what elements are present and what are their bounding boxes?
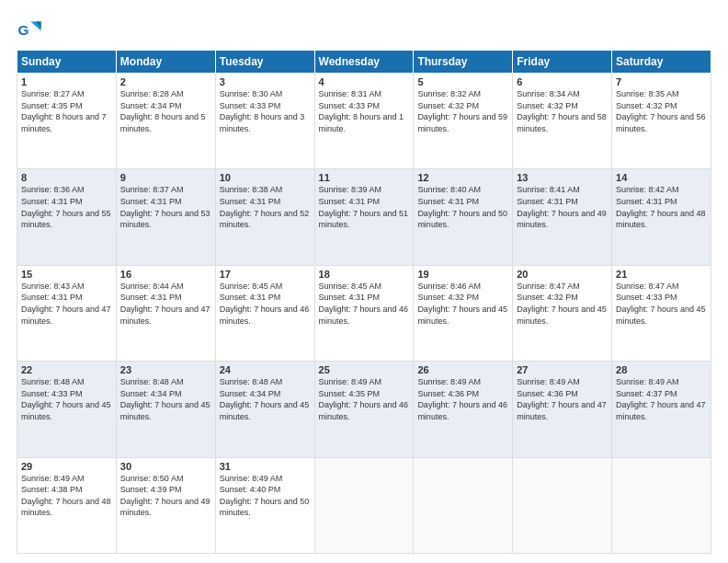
header: G — [17, 17, 711, 42]
day-info: Sunrise: 8:32 AMSunset: 4:32 PMDaylight:… — [417, 89, 507, 133]
weekday-header-thursday: Thursday — [414, 51, 513, 74]
day-number: 7 — [616, 76, 707, 87]
calendar-cell: 26Sunrise: 8:49 AMSunset: 4:36 PMDayligh… — [414, 362, 513, 457]
day-number: 26 — [417, 364, 508, 375]
day-number: 19 — [417, 269, 508, 280]
day-info: Sunrise: 8:40 AMSunset: 4:31 PMDaylight:… — [417, 185, 507, 229]
day-number: 6 — [517, 76, 608, 87]
day-number: 12 — [417, 172, 508, 183]
day-number: 18 — [319, 269, 410, 280]
weekday-header-wednesday: Wednesday — [314, 51, 414, 74]
day-number: 17 — [220, 269, 311, 280]
calendar-cell: 22Sunrise: 8:48 AMSunset: 4:33 PMDayligh… — [17, 362, 117, 457]
calendar-body: 1Sunrise: 8:27 AMSunset: 4:35 PMDaylight… — [17, 74, 711, 554]
calendar-cell: 6Sunrise: 8:34 AMSunset: 4:32 PMDaylight… — [513, 74, 612, 169]
day-number: 2 — [120, 76, 211, 87]
day-info: Sunrise: 8:47 AMSunset: 4:33 PMDaylight:… — [616, 282, 706, 326]
day-info: Sunrise: 8:49 AMSunset: 4:38 PMDaylight:… — [21, 474, 111, 518]
calendar-cell — [314, 457, 414, 553]
calendar-cell: 7Sunrise: 8:35 AMSunset: 4:32 PMDaylight… — [612, 74, 711, 169]
day-info: Sunrise: 8:48 AMSunset: 4:34 PMDaylight:… — [120, 377, 210, 421]
calendar-week-2: 8Sunrise: 8:36 AMSunset: 4:31 PMDaylight… — [17, 169, 711, 265]
day-info: Sunrise: 8:49 AMSunset: 4:36 PMDaylight:… — [417, 377, 507, 421]
calendar-header-row: SundayMondayTuesdayWednesdayThursdayFrid… — [17, 51, 711, 74]
calendar-cell: 24Sunrise: 8:48 AMSunset: 4:34 PMDayligh… — [215, 362, 314, 457]
day-info: Sunrise: 8:47 AMSunset: 4:32 PMDaylight:… — [517, 282, 607, 326]
day-number: 29 — [21, 461, 112, 472]
day-number: 4 — [319, 76, 410, 87]
calendar-cell: 4Sunrise: 8:31 AMSunset: 4:33 PMDaylight… — [314, 74, 414, 169]
calendar-week-4: 22Sunrise: 8:48 AMSunset: 4:33 PMDayligh… — [17, 362, 711, 457]
calendar-cell: 29Sunrise: 8:49 AMSunset: 4:38 PMDayligh… — [17, 457, 117, 553]
day-info: Sunrise: 8:48 AMSunset: 4:34 PMDaylight:… — [220, 377, 310, 421]
day-info: Sunrise: 8:49 AMSunset: 4:36 PMDaylight:… — [517, 377, 607, 421]
weekday-header-monday: Monday — [116, 51, 215, 74]
logo-icon: G — [17, 17, 42, 42]
calendar-cell: 5Sunrise: 8:32 AMSunset: 4:32 PMDaylight… — [414, 74, 513, 169]
calendar-cell: 31Sunrise: 8:49 AMSunset: 4:40 PMDayligh… — [215, 457, 314, 553]
day-info: Sunrise: 8:28 AMSunset: 4:34 PMDaylight:… — [120, 89, 206, 133]
day-number: 20 — [517, 269, 608, 280]
day-info: Sunrise: 8:31 AMSunset: 4:33 PMDaylight:… — [319, 89, 404, 133]
day-number: 30 — [120, 461, 211, 472]
day-number: 31 — [220, 461, 311, 472]
calendar-cell: 27Sunrise: 8:49 AMSunset: 4:36 PMDayligh… — [513, 362, 612, 457]
day-number: 8 — [21, 172, 112, 183]
day-info: Sunrise: 8:36 AMSunset: 4:31 PMDaylight:… — [21, 185, 111, 229]
calendar-table: SundayMondayTuesdayWednesdayThursdayFrid… — [17, 50, 711, 554]
day-number: 10 — [220, 172, 311, 183]
day-number: 16 — [120, 269, 211, 280]
weekday-header-saturday: Saturday — [612, 51, 711, 74]
day-info: Sunrise: 8:43 AMSunset: 4:31 PMDaylight:… — [21, 282, 111, 326]
day-number: 15 — [21, 269, 112, 280]
day-info: Sunrise: 8:50 AMSunset: 4:39 PMDaylight:… — [120, 474, 210, 518]
calendar-cell: 11Sunrise: 8:39 AMSunset: 4:31 PMDayligh… — [314, 169, 414, 265]
day-number: 11 — [319, 172, 410, 183]
calendar-cell — [612, 457, 711, 553]
day-number: 21 — [616, 269, 707, 280]
day-info: Sunrise: 8:34 AMSunset: 4:32 PMDaylight:… — [517, 89, 607, 133]
calendar-cell: 12Sunrise: 8:40 AMSunset: 4:31 PMDayligh… — [414, 169, 513, 265]
day-info: Sunrise: 8:39 AMSunset: 4:31 PMDaylight:… — [319, 185, 409, 229]
calendar-cell — [414, 457, 513, 553]
day-info: Sunrise: 8:45 AMSunset: 4:31 PMDaylight:… — [319, 282, 409, 326]
calendar-cell: 25Sunrise: 8:49 AMSunset: 4:35 PMDayligh… — [314, 362, 414, 457]
calendar-week-3: 15Sunrise: 8:43 AMSunset: 4:31 PMDayligh… — [17, 265, 711, 361]
calendar-cell: 18Sunrise: 8:45 AMSunset: 4:31 PMDayligh… — [314, 265, 414, 361]
day-number: 9 — [120, 172, 211, 183]
day-number: 3 — [220, 76, 311, 87]
calendar-week-5: 29Sunrise: 8:49 AMSunset: 4:38 PMDayligh… — [17, 457, 711, 553]
day-number: 25 — [319, 364, 410, 375]
calendar-cell: 2Sunrise: 8:28 AMSunset: 4:34 PMDaylight… — [116, 74, 215, 169]
day-info: Sunrise: 8:45 AMSunset: 4:31 PMDaylight:… — [220, 282, 310, 326]
calendar-cell: 28Sunrise: 8:49 AMSunset: 4:37 PMDayligh… — [612, 362, 711, 457]
weekday-header-tuesday: Tuesday — [215, 51, 314, 74]
day-info: Sunrise: 8:49 AMSunset: 4:40 PMDaylight:… — [220, 474, 310, 518]
day-info: Sunrise: 8:41 AMSunset: 4:31 PMDaylight:… — [517, 185, 607, 229]
day-info: Sunrise: 8:42 AMSunset: 4:31 PMDaylight:… — [616, 185, 706, 229]
calendar-cell: 21Sunrise: 8:47 AMSunset: 4:33 PMDayligh… — [612, 265, 711, 361]
calendar-cell — [513, 457, 612, 553]
calendar-cell: 14Sunrise: 8:42 AMSunset: 4:31 PMDayligh… — [612, 169, 711, 265]
day-number: 24 — [220, 364, 311, 375]
svg-text:G: G — [17, 22, 28, 38]
calendar-cell: 16Sunrise: 8:44 AMSunset: 4:31 PMDayligh… — [116, 265, 215, 361]
calendar-week-1: 1Sunrise: 8:27 AMSunset: 4:35 PMDaylight… — [17, 74, 711, 169]
calendar-cell: 9Sunrise: 8:37 AMSunset: 4:31 PMDaylight… — [116, 169, 215, 265]
day-info: Sunrise: 8:44 AMSunset: 4:31 PMDaylight:… — [120, 282, 210, 326]
day-number: 28 — [616, 364, 707, 375]
calendar-cell: 15Sunrise: 8:43 AMSunset: 4:31 PMDayligh… — [17, 265, 117, 361]
day-number: 1 — [21, 76, 112, 87]
day-info: Sunrise: 8:38 AMSunset: 4:31 PMDaylight:… — [220, 185, 310, 229]
calendar-cell: 10Sunrise: 8:38 AMSunset: 4:31 PMDayligh… — [215, 169, 314, 265]
logo: G — [17, 17, 46, 42]
weekday-header-sunday: Sunday — [17, 51, 117, 74]
day-info: Sunrise: 8:37 AMSunset: 4:31 PMDaylight:… — [120, 185, 210, 229]
calendar-cell: 17Sunrise: 8:45 AMSunset: 4:31 PMDayligh… — [215, 265, 314, 361]
day-number: 13 — [517, 172, 608, 183]
day-info: Sunrise: 8:49 AMSunset: 4:35 PMDaylight:… — [319, 377, 409, 421]
day-info: Sunrise: 8:46 AMSunset: 4:32 PMDaylight:… — [417, 282, 507, 326]
calendar-cell: 20Sunrise: 8:47 AMSunset: 4:32 PMDayligh… — [513, 265, 612, 361]
calendar-cell: 3Sunrise: 8:30 AMSunset: 4:33 PMDaylight… — [215, 74, 314, 169]
calendar-cell: 19Sunrise: 8:46 AMSunset: 4:32 PMDayligh… — [414, 265, 513, 361]
